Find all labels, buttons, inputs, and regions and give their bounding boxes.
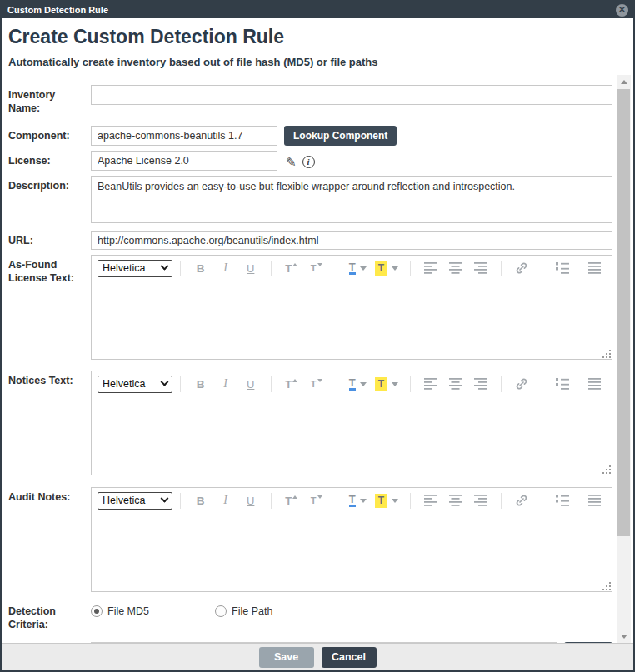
component-label: Component: bbox=[8, 126, 91, 142]
audit-notes-textarea[interactable] bbox=[92, 511, 612, 591]
font-color-icon[interactable]: T bbox=[349, 376, 367, 392]
notices-text-label: Notices Text: bbox=[8, 371, 91, 387]
audit-notes-editor: Helvetica B I U T T T T bbox=[91, 487, 612, 592]
align-right-icon[interactable] bbox=[472, 492, 489, 509]
radio-selected-icon bbox=[91, 605, 102, 617]
toolbar-divider bbox=[271, 261, 272, 276]
url-row: URL: bbox=[8, 231, 612, 250]
link-icon[interactable] bbox=[513, 492, 530, 509]
toolbar-divider bbox=[337, 261, 338, 276]
font-family-select[interactable]: Helvetica bbox=[98, 260, 172, 277]
justify-icon[interactable] bbox=[587, 492, 603, 509]
align-left-icon[interactable] bbox=[422, 260, 439, 276]
license-input[interactable] bbox=[91, 151, 278, 171]
arrow-down-icon bbox=[621, 635, 628, 639]
toolbar-divider bbox=[501, 493, 502, 509]
description-row: Description: BeanUtils provides an easy-… bbox=[8, 176, 612, 226]
url-input[interactable] bbox=[91, 231, 612, 250]
close-icon: ✕ bbox=[618, 6, 625, 14]
audit-notes-row: Audit Notes: Helvetica B I U bbox=[8, 487, 612, 592]
highlight-color-icon[interactable]: T bbox=[375, 492, 398, 509]
radio-file-md5[interactable]: File MD5 bbox=[91, 605, 149, 617]
italic-icon[interactable]: I bbox=[218, 260, 234, 276]
close-button[interactable]: ✕ bbox=[616, 4, 628, 17]
underline-icon[interactable]: U bbox=[242, 260, 259, 276]
resize-grip-icon[interactable] bbox=[602, 465, 611, 474]
align-left-icon[interactable] bbox=[422, 376, 439, 392]
file-md5-label: File MD5: bbox=[8, 642, 91, 643]
font-color-icon[interactable]: T bbox=[349, 260, 367, 276]
scrollbar-thumb[interactable] bbox=[618, 89, 630, 536]
link-icon[interactable] bbox=[513, 376, 530, 392]
align-center-icon[interactable] bbox=[448, 260, 464, 276]
detection-rule-form: Inventory Name: Component: Lookup Compon… bbox=[8, 75, 612, 643]
bold-icon[interactable]: B bbox=[192, 376, 209, 392]
license-info-icon[interactable]: i bbox=[302, 156, 315, 168]
dialog-body: Inventory Name: Component: Lookup Compon… bbox=[2, 75, 633, 643]
align-right-icon[interactable] bbox=[472, 260, 489, 276]
align-right-icon[interactable] bbox=[472, 376, 489, 392]
radio-file-path[interactable]: File Path bbox=[215, 605, 272, 617]
underline-icon[interactable]: U bbox=[242, 492, 259, 509]
toolbar-divider bbox=[410, 261, 411, 276]
subscript-icon[interactable]: T bbox=[308, 260, 325, 276]
select-chevron-icon bbox=[160, 494, 168, 502]
font-family-select[interactable]: Helvetica bbox=[98, 376, 172, 393]
align-left-icon[interactable] bbox=[422, 492, 439, 509]
ordered-list-icon[interactable] bbox=[554, 492, 571, 509]
justify-icon[interactable] bbox=[587, 260, 603, 276]
bold-icon[interactable]: B bbox=[192, 492, 209, 509]
highlight-color-icon[interactable]: T bbox=[375, 260, 398, 276]
file-md5-table: Name MD5 bbox=[91, 642, 558, 643]
inventory-name-input[interactable] bbox=[91, 85, 612, 105]
bold-icon[interactable]: B bbox=[192, 260, 209, 276]
notices-textarea[interactable] bbox=[92, 395, 612, 475]
font-color-icon[interactable]: T bbox=[349, 492, 367, 509]
url-label: URL: bbox=[8, 231, 91, 247]
ordered-list-icon[interactable] bbox=[554, 260, 571, 276]
cancel-button[interactable]: Cancel bbox=[322, 647, 377, 668]
lookup-component-button[interactable]: Lookup Component bbox=[284, 126, 397, 146]
justify-icon[interactable] bbox=[587, 376, 603, 392]
toolbar-divider bbox=[542, 261, 542, 276]
toolbar-divider bbox=[180, 493, 181, 509]
dropdown-caret-icon bbox=[360, 266, 367, 271]
superscript-icon[interactable]: T bbox=[283, 376, 300, 392]
as-found-license-editor: Helvetica B I U T T T T bbox=[91, 255, 612, 360]
custom-detection-rule-dialog: Custom Detection Rule ✕ Create Custom De… bbox=[0, 0, 635, 672]
dropdown-caret-icon bbox=[360, 382, 367, 386]
align-center-icon[interactable] bbox=[448, 492, 464, 509]
save-button[interactable]: Save bbox=[259, 647, 314, 668]
toolbar-divider bbox=[542, 493, 542, 509]
add-file-button[interactable]: Add File bbox=[564, 642, 612, 643]
vertical-scrollbar[interactable] bbox=[617, 75, 631, 643]
dropdown-caret-icon bbox=[360, 499, 367, 503]
edit-license-icon[interactable]: ✎ bbox=[286, 156, 297, 168]
superscript-icon[interactable]: T bbox=[283, 260, 300, 276]
toolbar-divider bbox=[501, 376, 502, 392]
component-input[interactable] bbox=[91, 126, 278, 146]
description-textarea[interactable]: BeanUtils provides an easy-to-use but fl… bbox=[91, 176, 612, 223]
highlight-color-icon[interactable]: T bbox=[375, 376, 398, 392]
resize-grip-icon[interactable] bbox=[602, 350, 611, 358]
subscript-icon[interactable]: T bbox=[308, 376, 325, 392]
scroll-down-button[interactable] bbox=[617, 630, 631, 643]
rich-text-toolbar: Helvetica B I U T T T T bbox=[92, 256, 612, 279]
underline-icon[interactable]: U bbox=[242, 376, 259, 392]
description-label: Description: bbox=[8, 176, 91, 192]
scroll-up-button[interactable] bbox=[617, 75, 631, 88]
font-family-select[interactable]: Helvetica bbox=[98, 492, 172, 510]
ordered-list-icon[interactable] bbox=[554, 376, 571, 392]
italic-icon[interactable]: I bbox=[218, 492, 234, 509]
link-icon[interactable] bbox=[513, 260, 530, 276]
as-found-license-label: As-Found License Text: bbox=[8, 255, 91, 286]
subscript-icon[interactable]: T bbox=[308, 492, 325, 509]
as-found-license-textarea[interactable] bbox=[92, 279, 612, 359]
toolbar-divider bbox=[337, 376, 338, 392]
italic-icon[interactable]: I bbox=[218, 376, 234, 392]
page-subtitle: Automatically create inventory based out… bbox=[8, 56, 620, 68]
superscript-icon[interactable]: T bbox=[283, 492, 300, 509]
resize-grip-icon[interactable] bbox=[602, 582, 611, 590]
toolbar-divider bbox=[180, 261, 181, 276]
align-center-icon[interactable] bbox=[448, 376, 464, 392]
